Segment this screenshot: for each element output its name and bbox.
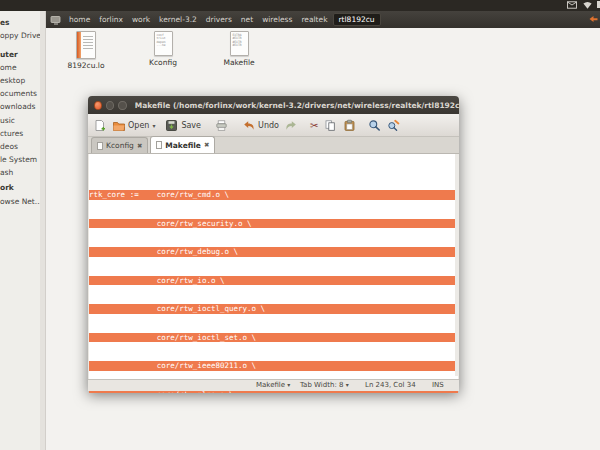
editor-line: rtk_core := core/rtw_cmd.o \ (89, 190, 458, 200)
mail-icon[interactable] (567, 1, 577, 9)
sidebar-item-browse-network[interactable]: owse Net... (0, 197, 40, 206)
editor-line: core/rtw_ioctl_set.o \ (89, 333, 458, 343)
undo-icon (242, 119, 255, 132)
sidebar-header-network: ork (0, 183, 14, 192)
redo-icon (285, 119, 298, 132)
editor-line: core/rtw_ioctl_query.o \ (89, 304, 458, 314)
gedit-statusbar: Makefile ▾ Tab Width: 8 ▾ Ln 243, Col 34… (88, 379, 459, 391)
save-button[interactable]: Save (165, 119, 201, 132)
breadcrumb-net[interactable]: net (237, 13, 257, 26)
sidebar-item-downloads[interactable]: ownloads (0, 102, 35, 111)
sidebar-item-videos[interactable]: deos (0, 142, 18, 151)
breadcrumb-realtek[interactable]: realtek (297, 13, 331, 26)
find-button[interactable] (368, 119, 381, 132)
input-mode: INS (432, 381, 444, 389)
file-8192cu-lo[interactable]: 8192cu.lo (63, 31, 109, 70)
cursor-position: Ln 243, Col 34 (365, 381, 416, 389)
language-selector[interactable]: Makefile ▾ (256, 381, 290, 389)
sidebar-item-music[interactable]: usic (0, 116, 15, 125)
sidebar-header-devices: es (0, 18, 10, 27)
language-caret-icon: ▾ (287, 381, 290, 388)
save-label: Save (181, 121, 201, 130)
sidebar-item-file-system[interactable]: le System (0, 155, 37, 164)
breadcrumb-rtl8192cu[interactable]: rtl8192cu (333, 13, 381, 26)
window-title: Makefile (/home/forlinx/work/kernel-3.2/… (135, 101, 459, 110)
sidebar-item-desktop[interactable]: esktop (0, 76, 25, 85)
gedit-window: Makefile (/home/forlinx/work/kernel-3.2/… (88, 96, 459, 391)
redo-button[interactable] (285, 119, 298, 132)
undo-label: Undo (258, 121, 279, 130)
undo-button[interactable]: Undo (242, 119, 279, 132)
breadcrumb-work[interactable]: work (128, 13, 154, 26)
sidebar-item-trash[interactable]: ash (0, 168, 13, 177)
tab-makefile[interactable]: Makefile ✖ (150, 136, 215, 153)
print-button[interactable] (215, 119, 228, 132)
open-folder-icon (112, 119, 125, 132)
sidebar-item-pictures[interactable]: ctures (0, 129, 23, 138)
breadcrumb-kernel[interactable]: kernel-3.2 (155, 13, 201, 26)
editor-line: core/rtw_io.o \ (89, 276, 458, 286)
tab-close-icon[interactable]: ✖ (204, 141, 209, 149)
gedit-titlebar[interactable]: Makefile (/home/forlinx/work/kernel-3.2/… (88, 96, 459, 114)
file-label: Kconfig (140, 58, 186, 67)
breadcrumb-forlinx[interactable]: forlinx (95, 13, 127, 26)
breadcrumb-home[interactable]: home (65, 13, 94, 26)
icon-preview-text: conf trist depen ---he (157, 34, 166, 48)
network-signal-icon[interactable] (582, 1, 593, 9)
gedit-tabbar: Kconfig ✖ Makefile ✖ (88, 137, 459, 154)
object-file-icon (76, 31, 96, 59)
tab-width-caret-icon: ▾ (346, 381, 349, 388)
computer-icon[interactable] (50, 15, 61, 25)
save-icon (165, 119, 178, 132)
file-makefile[interactable]: EXTRA #EXTR #EXTR #EXTR Makefile (216, 31, 262, 67)
gedit-toolbar: Open ▾ Save Undo (88, 114, 459, 137)
editor-line: core/rtw_ieee80211.o \ (89, 361, 458, 371)
cut-button[interactable]: ✂ (310, 120, 318, 131)
breadcrumb-drivers[interactable]: drivers (202, 13, 236, 26)
file-label: 8192cu.lo (63, 61, 109, 70)
breadcrumb-wireless[interactable]: wireless (258, 13, 296, 26)
sidebar-item-floppy-drive[interactable]: oppy Drive (0, 31, 40, 40)
document-icon (156, 141, 162, 149)
text-file-icon: conf trist depen ---he (154, 31, 173, 56)
tab-label: Makefile (165, 141, 201, 150)
tab-kconfig[interactable]: Kconfig ✖ (91, 137, 148, 153)
print-icon (215, 119, 228, 132)
copy-icon (324, 119, 337, 132)
editor-line: core/rtw_security.o \ (89, 219, 458, 229)
sidebar-item-documents[interactable]: ocuments (0, 89, 37, 98)
cut-icon: ✂ (310, 120, 318, 131)
copy-button[interactable] (324, 119, 337, 132)
new-document-button[interactable] (93, 119, 106, 132)
window-close-button[interactable] (94, 101, 102, 110)
breadcrumb: home forlinx work kernel-3.2 drivers net… (46, 11, 600, 28)
top-panel (0, 0, 600, 11)
document-icon (97, 142, 103, 150)
paste-icon (343, 119, 356, 132)
editor-scrollbar[interactable] (455, 154, 459, 376)
replace-icon (387, 119, 400, 132)
tab-close-icon[interactable]: ✖ (137, 142, 142, 150)
find-icon (368, 119, 381, 132)
open-label: Open (128, 121, 149, 130)
tab-label: Kconfig (106, 141, 134, 150)
icon-preview-text: EXTRA #EXTR #EXTR #EXTR (233, 34, 242, 48)
tab-width-selector[interactable]: Tab Width: 8 ▾ (300, 381, 349, 389)
places-sidebar: es oppy Drive uter ome esktop ocuments o… (0, 11, 40, 450)
editor-line: core/rtw_debug.o \ (89, 247, 458, 257)
file-label: Makefile (216, 58, 262, 67)
new-document-icon (93, 119, 106, 132)
replace-button[interactable] (387, 119, 400, 132)
sidebar-item-home[interactable]: ome (0, 63, 17, 72)
window-minimize-button[interactable] (106, 101, 114, 110)
scroll-path-left-arrow-icon[interactable] (588, 14, 598, 24)
open-button[interactable]: Open ▾ (112, 119, 155, 132)
text-editor-area[interactable]: rtk_core := core/rtw_cmd.o \ core/rtw_se… (89, 154, 458, 393)
sidebar-header-computer: uter (0, 50, 18, 59)
file-kconfig[interactable]: conf trist depen ---he Kconfig (140, 31, 186, 67)
text-file-icon: EXTRA #EXTR #EXTR #EXTR (230, 31, 249, 56)
open-dropdown-caret-icon[interactable]: ▾ (152, 122, 155, 129)
window-maximize-button[interactable] (118, 101, 126, 110)
paste-button[interactable] (343, 119, 356, 132)
